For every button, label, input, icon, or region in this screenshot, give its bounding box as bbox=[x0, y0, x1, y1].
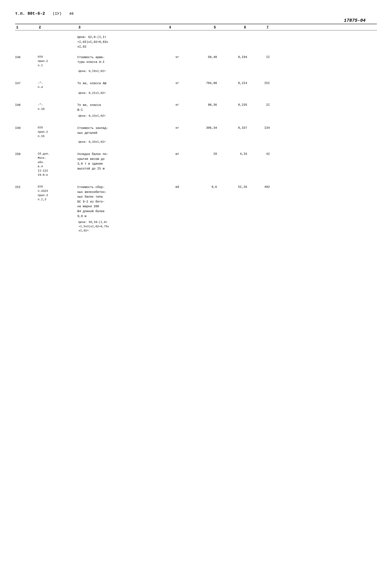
entry-price: 0,2I4 bbox=[217, 81, 247, 85]
table-row: I49 ПТП прил.2 п.I6 Стоимость заклад– ны… bbox=[15, 126, 377, 139]
entry-block-I48: I48 –"– п.I0 То же, класса В–I кг 90,36 … bbox=[15, 103, 377, 118]
entry-unit: кг bbox=[168, 103, 187, 107]
doc-number: т.п. 80t-6-2 bbox=[15, 11, 45, 16]
entry-qty: 396,34 bbox=[187, 126, 217, 130]
entry-desc: То же, класса АШ bbox=[77, 81, 168, 86]
entry-block-I49: I49 ПТП прил.2 п.I6 Стоимость заклад– ны… bbox=[15, 126, 377, 144]
entry-total: I34 bbox=[247, 126, 270, 130]
entry-desc: Стоимость арма– туры класса А–I bbox=[77, 55, 168, 65]
entry-unit: кг bbox=[168, 55, 187, 59]
entry-id: I48 bbox=[15, 103, 38, 108]
table-row: I46 ПТП прил.2 п.I Стоимость арма– туры … bbox=[15, 55, 377, 68]
entry-price: 0,I94 bbox=[217, 55, 247, 59]
intro-price-text: Цена: 62,0–(I,I+ +I,65)xI,02+0,83x xI,02 bbox=[77, 35, 168, 50]
col1-header: 1 bbox=[15, 25, 38, 29]
entry-price-formula: Цена: 0,33xI,02= bbox=[15, 139, 377, 144]
entry-unit: м3 bbox=[168, 185, 187, 189]
entry-id: I5I bbox=[15, 185, 38, 190]
entry-qty: 704,98 bbox=[187, 81, 217, 85]
doc-page: 46 bbox=[69, 12, 74, 16]
intro-price-block: Цена: 62,0–(I,I+ +I,65)xI,02+0,83x xI,02 bbox=[15, 35, 377, 50]
entry-id: I49 bbox=[15, 126, 38, 131]
entry-desc: Стоимость сбор– ных железобетон– ных бал… bbox=[77, 185, 168, 219]
entry-total: 492 bbox=[247, 185, 270, 189]
entry-desc: Стоимость заклад– ных деталей bbox=[77, 126, 168, 136]
entry-total: 42 bbox=[247, 152, 270, 156]
entry-ref: ПТП прил.2 п.I6 bbox=[38, 126, 77, 139]
entry-desc: То же, класса В–I bbox=[77, 103, 168, 113]
entry-qty: I0 bbox=[187, 152, 217, 156]
entry-price-formula: Цена: 0,2IxI,02= bbox=[15, 90, 377, 96]
entry-total: 2I bbox=[247, 103, 270, 107]
table-body: I46 ПТП прил.2 п.I Стоимость арма– туры … bbox=[15, 55, 377, 233]
entry-total: II bbox=[247, 55, 270, 59]
entry-id: I47 bbox=[15, 81, 38, 86]
entry-unit: кг bbox=[168, 126, 187, 130]
table-row: I5I ПТП п.4323 прил.3 п.I,3 Стоимость сб… bbox=[15, 185, 377, 219]
col7-header: 7 bbox=[247, 25, 270, 29]
table-row: I47 –"– п.4 То же, класса АШ кг 704,98 0… bbox=[15, 81, 377, 90]
entry-total: I5I bbox=[247, 81, 270, 85]
entry-qty: 58,48 bbox=[187, 55, 217, 59]
entry-price: 0,337 bbox=[217, 126, 247, 130]
entry-desc: Укладка балок по– крытия весом до 3,0 т … bbox=[77, 152, 168, 171]
entry-ref: –"– п.I0 bbox=[38, 103, 77, 111]
entry-price: 4,I6 bbox=[217, 152, 247, 156]
col5-header: 5 bbox=[187, 25, 217, 29]
table-row: I48 –"– п.I0 То же, класса В–I кг 90,36 … bbox=[15, 103, 377, 113]
entry-ref: Сб.доп. Моск. обл. в.4 II–I22 I9–8–е bbox=[38, 152, 77, 177]
entry-id: I50 bbox=[15, 152, 38, 157]
entry-ref: ПТП п.4323 прил.3 п.I,3 bbox=[38, 185, 77, 202]
entry-block-I46: I46 ПТП прил.2 п.I Стоимость арма– туры … bbox=[15, 55, 377, 74]
entry-price-formula: Цена: 56,I0–(I,0+ +I,5x3)xI,02+0,75x xI,… bbox=[15, 220, 377, 233]
entry-id: I46 bbox=[15, 55, 38, 60]
entry-ref: –"– п.4 bbox=[38, 81, 77, 90]
col6-header: 6 bbox=[217, 25, 247, 29]
entry-block-I47: I47 –"– п.4 То же, класса АШ кг 704,98 0… bbox=[15, 81, 377, 96]
entry-qty: 90,36 bbox=[187, 103, 217, 107]
page-header: т.п. 80t-6-2 (IУ) 46 bbox=[15, 11, 377, 16]
watermark-line: 17875-04 bbox=[15, 18, 377, 23]
entry-ref: ПТП прил.2 п.I bbox=[38, 55, 77, 68]
col4-header: 4 bbox=[168, 25, 187, 29]
entry-unit: кг bbox=[168, 81, 187, 85]
watermark-text: 17875-04 bbox=[344, 18, 366, 23]
entry-price: 5I,26 bbox=[217, 185, 247, 189]
entry-unit: шт bbox=[168, 152, 187, 156]
column-headers: 1 2 3 4 5 6 7 bbox=[15, 24, 377, 31]
entry-price: 0,235 bbox=[217, 103, 247, 107]
entry-price-formula: Цена: 0,23xI,02= bbox=[15, 113, 377, 118]
entry-qty: 9,6 bbox=[187, 185, 217, 189]
col3-header: 3 bbox=[77, 25, 168, 29]
entry-block-I5I: I5I ПТП п.4323 прил.3 п.I,3 Стоимость сб… bbox=[15, 185, 377, 233]
col2-header: 2 bbox=[38, 25, 77, 29]
doc-section: (IУ) bbox=[52, 12, 62, 16]
entry-block-I50: I50 Сб.доп. Моск. обл. в.4 II–I22 I9–8–е… bbox=[15, 152, 377, 177]
table-row: I50 Сб.доп. Моск. обл. в.4 II–I22 I9–8–е… bbox=[15, 152, 377, 177]
entry-price-formula: Цена: 0,I9xI,02= bbox=[15, 69, 377, 74]
